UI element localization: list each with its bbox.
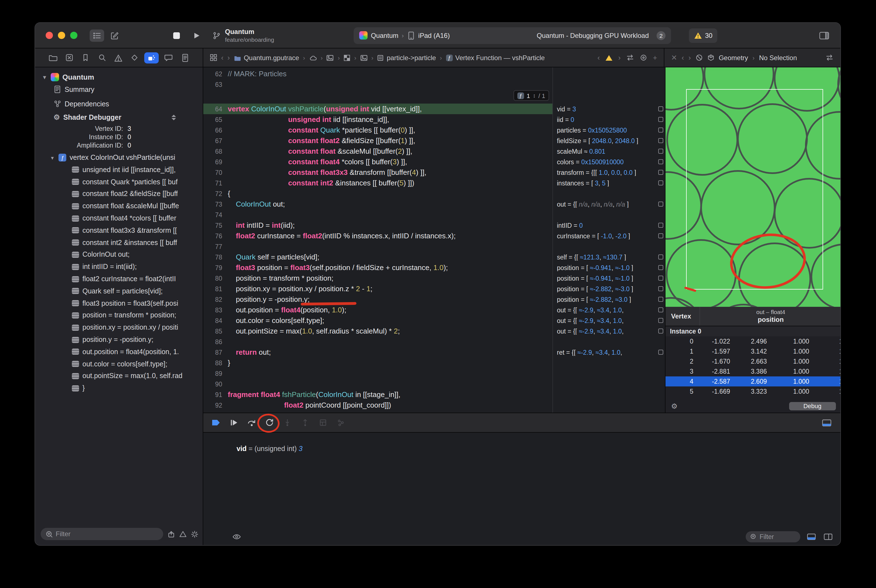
sidebar-item-dependencies[interactable]: Dependencies: [54, 100, 203, 108]
memory-view-icon[interactable]: [658, 180, 663, 185]
sidebar-statement[interactable]: constant float3x3 &transform [[: [35, 224, 203, 237]
line-number[interactable]: 79: [203, 264, 222, 271]
table-row[interactable]: 2-1.6702.6631.0001.0: [666, 356, 841, 366]
sidebar-statement[interactable]: float3 position = float3(self.posi: [35, 297, 203, 310]
memory-view-icon[interactable]: [658, 117, 663, 122]
next-issue-icon[interactable]: ›: [618, 54, 621, 62]
project-navigator-icon[interactable]: [46, 51, 60, 64]
code-line[interactable]: 72{: [203, 188, 552, 199]
sidebar-statement[interactable]: float2 curInstance = float2(intII: [35, 273, 203, 285]
console-pane-toggle-icon[interactable]: [822, 531, 834, 542]
memory-view-icon[interactable]: [658, 328, 663, 333]
breadcrumb-encoder[interactable]: particle->particle: [377, 54, 436, 62]
code-line[interactable]: 87 return out;: [203, 347, 552, 357]
related-items-grid-icon[interactable]: [210, 54, 217, 61]
memory-view-icon[interactable]: [658, 170, 663, 175]
line-number[interactable]: 62: [203, 70, 222, 77]
bookmark-navigator-icon[interactable]: [79, 51, 93, 64]
sidebar-statement[interactable]: unsigned int iid [[instance_id]],: [35, 164, 203, 176]
instance-group-row[interactable]: Instance 0: [666, 326, 841, 336]
code-line[interactable]: 78 Quark self = particles[vid];: [203, 252, 552, 262]
swap-icon[interactable]: [626, 54, 634, 61]
line-number[interactable]: 80: [203, 275, 222, 282]
code-line[interactable]: 69 constant float4 *colors [[ buffer(3) …: [203, 156, 552, 167]
test-navigator-icon[interactable]: [128, 51, 141, 64]
sidebar-statement[interactable]: Quark self = particles[vid];: [35, 285, 203, 297]
sidebar-item-summary[interactable]: Summary: [54, 85, 203, 93]
target-icon[interactable]: [640, 54, 647, 61]
memory-view-icon[interactable]: [658, 106, 663, 111]
gear-icon[interactable]: ⚙: [671, 402, 678, 410]
up-down-icon[interactable]: ↕: [533, 92, 536, 99]
activity-status-pill[interactable]: Quantum › iPad (A16) Quantum - Debugging…: [354, 27, 671, 44]
column-header-vertex[interactable]: Vertex: [666, 307, 700, 326]
line-number[interactable]: 84: [203, 317, 222, 324]
code-line[interactable]: 70 constant float3x3 &transform [[buffer…: [203, 167, 552, 178]
line-number[interactable]: 64: [203, 105, 222, 112]
code-line[interactable]: 62// MARK: Particles: [203, 69, 552, 79]
line-number[interactable]: 66: [203, 127, 222, 134]
console-pane-toggle-icon[interactable]: [820, 417, 832, 429]
sidebar-statement[interactable]: constant int2 &instances [[ buff: [35, 237, 203, 249]
breadcrumb-function[interactable]: ƒ Vertex Function — vshParticle: [446, 54, 544, 62]
code-line[interactable]: 73 ColorInOut out;: [203, 199, 552, 209]
quicklook-eye-icon[interactable]: [232, 533, 241, 540]
memory-view-icon[interactable]: [658, 318, 663, 323]
line-number[interactable]: 67: [203, 137, 222, 144]
code-line[interactable]: 67 constant float2 &fieldSize [[buffer(1…: [203, 135, 552, 146]
code-line[interactable]: 80 position = transform * position;: [203, 273, 552, 284]
code-line[interactable]: 63: [203, 79, 552, 90]
debug-navigator-icon-selected[interactable]: [144, 52, 159, 63]
spinner-icon[interactable]: [191, 530, 198, 538]
line-number[interactable]: 89: [203, 370, 222, 376]
warning-count-pill[interactable]: 30: [689, 28, 718, 43]
previous-issue-icon[interactable]: ‹: [597, 54, 600, 62]
sidebar-statement[interactable]: position.y = -position.y;: [35, 333, 203, 346]
source-editor[interactable]: 62// MARK: Particles6364vertex ColorInOu…: [203, 68, 552, 412]
memory-view-icon[interactable]: [658, 255, 663, 260]
step-out-button[interactable]: [299, 417, 311, 429]
stop-button[interactable]: [170, 29, 183, 42]
swap-icon[interactable]: [825, 54, 834, 61]
continue-button[interactable]: [228, 417, 240, 429]
line-number[interactable]: 70: [203, 169, 222, 176]
line-number[interactable]: 82: [203, 296, 222, 303]
memory-view-icon[interactable]: [658, 202, 663, 207]
breakpoint-navigator-icon[interactable]: [162, 51, 175, 64]
forward-icon[interactable]: ›: [688, 54, 691, 62]
add-editor-icon[interactable]: +: [653, 54, 657, 62]
line-number[interactable]: 81: [203, 285, 222, 292]
line-number[interactable]: 65: [203, 116, 222, 123]
sidebar-function-root[interactable]: ▾ ƒ vertex ColorInOut vshParticle(unsi: [50, 154, 203, 162]
sidebar-statement[interactable]: }: [35, 382, 203, 394]
navigator-filter-field[interactable]: Filter: [40, 528, 163, 540]
scheme-area[interactable]: Quantum feature/onboarding: [212, 28, 296, 43]
memory-view-icon[interactable]: [658, 286, 663, 291]
find-navigator-icon[interactable]: [95, 51, 109, 64]
sidebar-statement[interactable]: constant float &scaleMul [[buffe: [35, 200, 203, 212]
memory-view-icon[interactable]: [658, 128, 663, 132]
table-row[interactable]: 0-1.0222.4961.0001.0: [666, 336, 841, 346]
memory-view-icon[interactable]: [658, 223, 663, 228]
variables-filter-field[interactable]: Filter: [746, 531, 800, 542]
line-number[interactable]: 75: [203, 222, 222, 229]
table-row[interactable]: 5-1.6693.3231.0001.0: [666, 386, 841, 396]
warning-triangle-icon[interactable]: [605, 54, 613, 61]
code-line[interactable]: 79 float3 position = float3(self.positio…: [203, 262, 552, 273]
toolbar-list-icon[interactable]: [90, 29, 104, 42]
line-number[interactable]: 91: [203, 391, 222, 398]
code-line[interactable]: 82 position.y = -position.y;: [203, 294, 552, 304]
breadcrumb-frame[interactable]: [309, 54, 317, 61]
line-number[interactable]: 87: [203, 349, 222, 356]
line-number[interactable]: 69: [203, 158, 222, 165]
breadcrumb-attachment[interactable]: [327, 54, 334, 61]
debug-button[interactable]: Debug: [789, 402, 836, 410]
code-line[interactable]: 76 float2 curInstance = float2(intIID % …: [203, 231, 552, 241]
code-line[interactable]: 92 float2 pointCoord [[point_coord]]): [203, 400, 552, 410]
back-icon[interactable]: ‹: [221, 54, 224, 62]
sidebar-statement[interactable]: constant float2 &fieldSize [[buff: [35, 188, 203, 200]
code-line[interactable]: 88}: [203, 357, 552, 368]
report-navigator-icon[interactable]: [178, 51, 192, 64]
geometry-label[interactable]: Geometry: [718, 54, 748, 62]
sidebar-statement[interactable]: ColorInOut out;: [35, 249, 203, 261]
